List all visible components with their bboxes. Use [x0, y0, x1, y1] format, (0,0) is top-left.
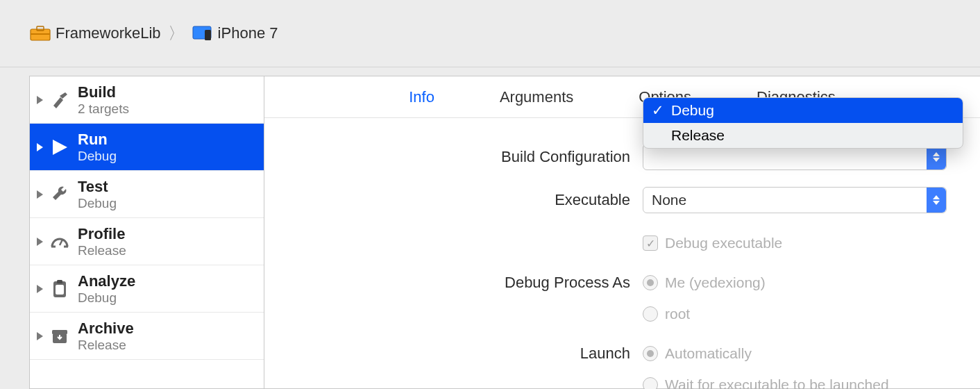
launch-wait-label: Wait for executable to be launched	[665, 376, 889, 389]
disclosure-triangle-icon[interactable]	[37, 238, 43, 246]
disclosure-triangle-icon[interactable]	[37, 96, 43, 104]
debug-as-root-label: root	[665, 306, 690, 322]
scheme-actions-sidebar: Build 2 targets Run Debug Test Debug	[30, 76, 264, 388]
sidebar-item-build[interactable]: Build 2 targets	[30, 76, 264, 124]
sidebar-item-profile[interactable]: Profile Release	[30, 218, 264, 265]
device-icon	[192, 25, 214, 42]
radio-dot-icon	[647, 279, 654, 286]
scheme-editor: Build 2 targets Run Debug Test Debug	[29, 76, 980, 389]
svg-line-7	[60, 240, 62, 245]
launch-label: Launch	[264, 345, 643, 363]
clipboard-icon	[49, 278, 71, 300]
sidebar-item-title: Run	[78, 131, 117, 149]
wrench-icon	[49, 183, 71, 206]
radio-dot-icon	[647, 350, 654, 357]
debug-as-root-radio[interactable]	[643, 306, 658, 322]
sidebar-item-title: Archive	[78, 320, 134, 338]
sidebar-item-subtitle: Debug	[78, 196, 117, 211]
sidebar-item-run[interactable]: Run Debug	[30, 124, 264, 171]
hammer-icon	[49, 89, 71, 111]
sidebar-item-subtitle: Release	[78, 338, 134, 353]
debug-as-me-radio[interactable]	[643, 275, 658, 290]
svg-rect-4	[205, 30, 211, 40]
sidebar-item-title: Profile	[78, 225, 126, 243]
sidebar-item-archive[interactable]: Archive Release	[30, 313, 264, 360]
tab-info[interactable]: Info	[407, 85, 436, 109]
scheme-toolbar: FrameworkeLib 〉 iPhone 7	[0, 0, 980, 67]
checkmark-icon: ✓	[652, 102, 664, 119]
chevron-right-icon: 〉	[168, 22, 185, 44]
debug-executable-label: Debug executable	[665, 235, 782, 251]
build-configuration-label: Build Configuration	[264, 148, 643, 166]
scheme-content: Info Arguments Options Diagnostics Build…	[264, 76, 980, 388]
dropdown-option-label: Release	[671, 127, 725, 144]
executable-popup[interactable]: None	[643, 187, 947, 213]
tab-arguments[interactable]: Arguments	[498, 85, 575, 109]
disclosure-triangle-icon[interactable]	[37, 285, 43, 293]
sidebar-item-subtitle: Debug	[78, 149, 117, 164]
checkmark-icon: ✓	[646, 237, 655, 250]
sidebar-item-subtitle: 2 targets	[78, 101, 129, 117]
debug-process-as-label: Debug Process As	[264, 274, 643, 292]
launch-auto-label: Automatically	[665, 345, 752, 362]
dropdown-option-label: Debug	[671, 102, 714, 119]
info-form: Build Configuration Executable None	[264, 118, 980, 389]
launch-auto-radio[interactable]	[643, 346, 658, 361]
sidebar-item-subtitle: Debug	[78, 290, 135, 306]
debug-executable-checkbox[interactable]: ✓	[643, 235, 658, 251]
popup-caret-icon	[927, 188, 946, 213]
executable-value: None	[652, 192, 686, 208]
launch-wait-radio[interactable]	[643, 377, 658, 389]
svg-rect-10	[56, 285, 64, 295]
disclosure-triangle-icon[interactable]	[37, 332, 43, 340]
disclosure-triangle-icon[interactable]	[37, 143, 43, 151]
disclosure-triangle-icon[interactable]	[37, 190, 43, 199]
svg-rect-9	[57, 280, 62, 283]
dropdown-option-release[interactable]: Release	[643, 123, 963, 148]
sidebar-item-test[interactable]: Test Debug	[30, 171, 264, 218]
sidebar-item-title: Analyze	[78, 272, 135, 290]
debug-as-me-label: Me (yedexiong)	[665, 274, 766, 291]
sidebar-item-subtitle: Release	[78, 243, 126, 258]
gauge-icon	[49, 231, 71, 253]
executable-label: Executable	[264, 191, 643, 209]
play-icon	[49, 136, 71, 158]
archivebox-icon	[49, 325, 71, 347]
sidebar-item-analyze[interactable]: Analyze Debug	[30, 265, 264, 313]
toolbox-icon	[29, 24, 51, 43]
dropdown-option-debug[interactable]: ✓ Debug	[643, 98, 963, 123]
build-configuration-dropdown[interactable]: ✓ Debug Release	[643, 97, 963, 149]
svg-rect-12	[52, 330, 67, 334]
breadcrumb-project[interactable]: FrameworkeLib	[56, 24, 161, 42]
breadcrumb-device[interactable]: iPhone 7	[218, 24, 278, 42]
sidebar-item-title: Test	[78, 178, 117, 196]
sidebar-item-title: Build	[78, 83, 129, 101]
svg-rect-2	[31, 33, 50, 35]
